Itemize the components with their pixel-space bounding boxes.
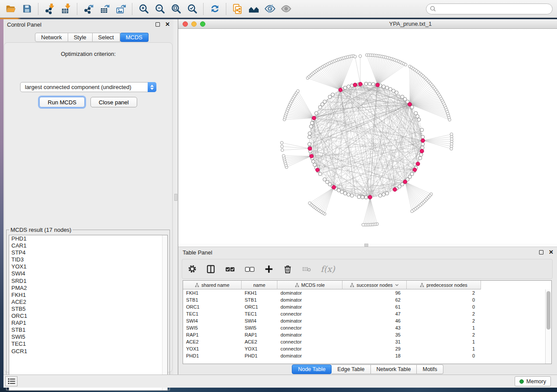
table-row[interactable]: TEC1TEC1connector472 [183, 310, 551, 317]
network-node[interactable] [419, 156, 422, 160]
network-node[interactable] [310, 121, 314, 125]
network-node[interactable] [309, 125, 313, 128]
scrollbar-thumb[interactable] [547, 291, 550, 330]
result-item[interactable]: STP4 [9, 249, 167, 256]
network-node[interactable] [416, 115, 419, 118]
clone-network-button[interactable] [229, 1, 246, 16]
network-node[interactable] [362, 224, 365, 227]
mcds-hub-node[interactable] [339, 88, 343, 92]
vertical-splitter[interactable] [173, 19, 178, 375]
result-item[interactable]: ORC1 [9, 313, 167, 320]
show-column-panel-button[interactable] [206, 264, 216, 274]
network-node[interactable] [378, 194, 382, 197]
optimization-select[interactable]: largest connected component (undirected) [20, 82, 156, 92]
float-window-icon[interactable] [539, 250, 543, 254]
table-row[interactable]: PHD1PHD1dominator180 [183, 352, 551, 359]
mcds-hub-node[interactable] [353, 83, 357, 87]
splitter-grip[interactable] [174, 194, 177, 201]
network-node[interactable] [450, 148, 453, 151]
splitter-grip[interactable] [364, 244, 368, 247]
table-row[interactable]: ACE2ACE2connector311 [183, 338, 551, 345]
network-node[interactable] [357, 195, 361, 199]
delete-column-button[interactable] [283, 264, 293, 274]
horizontal-splitter[interactable] [178, 244, 557, 247]
network-node[interactable] [364, 82, 368, 86]
network-node[interactable] [417, 118, 421, 121]
network-node[interactable] [420, 128, 424, 132]
network-canvas[interactable] [178, 29, 557, 244]
result-item[interactable]: FKH1 [9, 292, 167, 299]
minimize-window-icon[interactable] [191, 21, 197, 27]
result-item[interactable]: STB1 [9, 327, 167, 334]
mcds-result-scrollbar[interactable] [162, 235, 167, 390]
tab-node-table[interactable]: Node Table [292, 364, 332, 374]
result-item[interactable]: SWI4 [9, 270, 167, 277]
mcds-hub-node[interactable] [421, 139, 425, 143]
network-node[interactable] [282, 155, 285, 158]
tab-select[interactable]: Select [93, 33, 120, 42]
table-scrollbar[interactable] [545, 289, 551, 364]
network-node[interactable] [308, 135, 311, 139]
mcds-hub-node[interactable] [393, 188, 397, 192]
result-item[interactable]: RAP1 [9, 320, 167, 327]
network-node[interactable] [347, 85, 350, 88]
network-node[interactable] [411, 210, 414, 213]
network-node[interactable] [395, 91, 398, 94]
network-node[interactable] [385, 192, 389, 195]
table-row[interactable]: STB1STB1dominator620 [183, 296, 551, 303]
result-item[interactable]: TEC1 [9, 340, 167, 347]
network-node[interactable] [308, 132, 311, 135]
result-item[interactable]: PMA2 [9, 285, 167, 292]
column-menu-icon[interactable] [395, 284, 399, 286]
mcds-hub-node[interactable] [403, 180, 407, 184]
zoom-out-button[interactable] [152, 1, 168, 16]
network-node[interactable] [448, 118, 451, 121]
tab-style[interactable]: Style [68, 33, 93, 42]
network-node[interactable] [382, 85, 385, 88]
birds-eye-view-button[interactable] [278, 1, 294, 16]
mcds-hub-node[interactable] [376, 83, 380, 87]
network-node[interactable] [343, 192, 347, 195]
run-mcds-button[interactable]: Run MCDS [39, 97, 85, 107]
table-row[interactable]: ORC1ORC1dominator610 [183, 303, 551, 310]
coordinate-views-button[interactable] [207, 1, 223, 16]
table-row[interactable]: SWI5SWI5connector431 [183, 324, 551, 331]
zoom-fit-button[interactable] [168, 1, 184, 16]
network-node[interactable] [308, 202, 311, 205]
search-input[interactable] [436, 4, 552, 13]
export-network-button[interactable] [80, 1, 97, 16]
result-item[interactable]: PHD1 [9, 235, 167, 242]
close-panel-button[interactable]: Close panel [90, 97, 137, 107]
table-row[interactable]: FKH1FKH1dominator962 [183, 289, 551, 296]
network-node[interactable] [297, 89, 300, 93]
mcds-hub-node[interactable] [408, 103, 412, 107]
network-node[interactable] [281, 149, 284, 152]
result-item[interactable]: YOX1 [9, 263, 167, 270]
result-item[interactable]: TID3 [9, 256, 167, 263]
mcds-hub-node[interactable] [310, 154, 314, 158]
network-node[interactable] [313, 163, 316, 166]
network-node[interactable] [382, 193, 385, 196]
export-image-button[interactable] [113, 1, 129, 16]
tab-motifs[interactable]: Motifs [417, 364, 443, 374]
column-header-name[interactable]: name [242, 281, 277, 289]
network-window-titlebar[interactable]: YPA_prune.txt_1 [178, 19, 557, 29]
unselect-all-columns-button[interactable] [244, 264, 255, 275]
network-node[interactable] [280, 141, 284, 144]
network-node[interactable] [311, 160, 315, 163]
column-header-successor-nodes[interactable]: successor nodes [343, 281, 407, 289]
column-header-MCDS-role[interactable]: MCDS role [277, 281, 343, 289]
maximize-window-icon[interactable] [200, 21, 205, 27]
tab-mcds[interactable]: MCDS [120, 33, 149, 42]
network-node[interactable] [421, 142, 425, 146]
memory-button[interactable]: Memory [515, 376, 551, 386]
save-session-button[interactable] [19, 1, 35, 16]
mcds-hub-node[interactable] [308, 147, 312, 151]
result-item[interactable]: CAR1 [9, 242, 167, 249]
export-table-button[interactable] [97, 1, 113, 16]
network-node[interactable] [404, 63, 407, 66]
result-item[interactable]: GCR1 [9, 348, 167, 355]
task-history-button[interactable] [5, 376, 17, 386]
mcds-hub-node[interactable] [413, 168, 417, 172]
table-row[interactable]: YOX1YOX1connector291 [183, 345, 551, 352]
